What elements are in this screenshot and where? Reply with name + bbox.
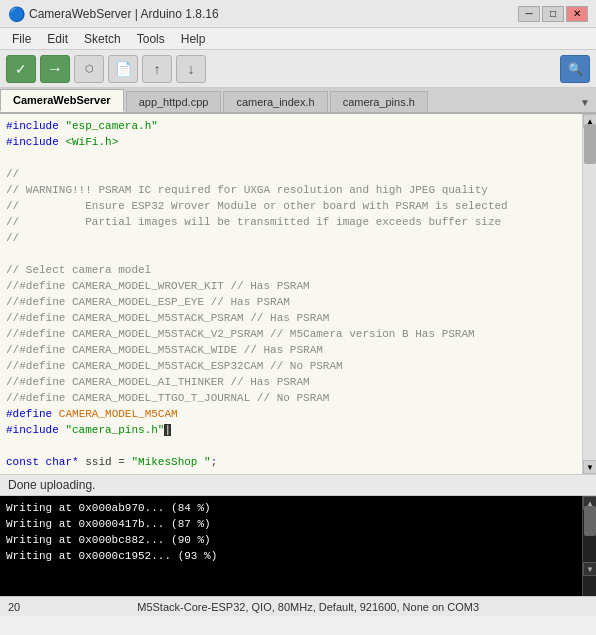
- tab-camera-index[interactable]: camera_index.h: [223, 91, 327, 112]
- serial-scrollbar[interactable]: ▲ ▼: [582, 496, 596, 596]
- status-board-info: M5Stack-Core-ESP32, QIO, 80MHz, Default,…: [28, 601, 588, 613]
- editor-content[interactable]: #include "esp_camera.h" #include <WiFi.h…: [0, 114, 582, 474]
- title-bar: 🔵 CameraWebServer | Arduino 1.8.16 ─ □ ✕: [0, 0, 596, 28]
- tab-camera-pins[interactable]: camera_pins.h: [330, 91, 428, 112]
- code-line: //#define CAMERA_MODEL_M5STACK_WIDE // H…: [6, 342, 576, 358]
- serial-scroll-thumb[interactable]: [584, 506, 596, 536]
- code-line: //#define CAMERA_MODEL_M5STACK_PSRAM // …: [6, 310, 576, 326]
- app-icon: 🔵: [8, 6, 25, 22]
- code-line: #include "esp_camera.h": [6, 118, 576, 134]
- serial-content[interactable]: Writing at 0x000ab970... (84 %) Writing …: [0, 496, 582, 596]
- code-line: // Ensure ESP32 Wrover Module or other b…: [6, 198, 576, 214]
- verify-button[interactable]: ✓: [6, 55, 36, 83]
- code-line: #include "camera_pins.h"|: [6, 422, 576, 438]
- status-bar: 20 M5Stack-Core-ESP32, QIO, 80MHz, Defau…: [0, 596, 596, 616]
- editor-scrollbar[interactable]: ▲ ▼: [582, 114, 596, 474]
- code-line: #define CAMERA_MODEL_M5CAM: [6, 406, 576, 422]
- code-line: //#define CAMERA_MODEL_ESP_EYE // Has PS…: [6, 294, 576, 310]
- serial-line: Writing at 0x000bc882... (90 %): [6, 532, 576, 548]
- menu-edit[interactable]: Edit: [39, 30, 76, 48]
- status-line-number: 20: [8, 601, 20, 613]
- code-line: [6, 438, 576, 454]
- code-line: const char* ssid = "MikesShop ";: [6, 454, 576, 470]
- code-line: //#define CAMERA_MODEL_WROVER_KIT // Has…: [6, 278, 576, 294]
- new-button[interactable]: 📄: [108, 55, 138, 83]
- minimize-button[interactable]: ─: [518, 6, 540, 22]
- serial-line: Writing at 0x0000c1952... (93 %): [6, 548, 576, 564]
- serial-scroll-down[interactable]: ▼: [583, 562, 596, 576]
- debug-button[interactable]: ⬡: [74, 55, 104, 83]
- code-line: [6, 150, 576, 166]
- tabs-scroll-button[interactable]: ▼: [574, 93, 596, 112]
- close-button[interactable]: ✕: [566, 6, 588, 22]
- serial-line: Writing at 0x0000417b... (87 %): [6, 516, 576, 532]
- serial-line: Writing at 0x000ab970... (84 %): [6, 500, 576, 516]
- code-line: // Partial images will be transmitted if…: [6, 214, 576, 230]
- tab-app-httpd[interactable]: app_httpd.cpp: [126, 91, 222, 112]
- code-line: //#define CAMERA_MODEL_TTGO_T_JOURNAL //…: [6, 390, 576, 406]
- upload-status-label: Done uploading.: [8, 478, 95, 492]
- editor-area: #include "esp_camera.h" #include <WiFi.h…: [0, 114, 596, 474]
- search-button[interactable]: 🔍: [560, 55, 590, 83]
- menu-tools[interactable]: Tools: [129, 30, 173, 48]
- upload-button[interactable]: →: [40, 55, 70, 83]
- code-line: //#define CAMERA_MODEL_M5STACK_ESP32CAM …: [6, 358, 576, 374]
- toolbar: ✓ → ⬡ 📄 ↑ ↓ 🔍: [0, 50, 596, 88]
- menu-help[interactable]: Help: [173, 30, 214, 48]
- tab-camerawebserver[interactable]: CameraWebServer: [0, 89, 124, 112]
- code-line: //: [6, 166, 576, 182]
- code-line: //#define CAMERA_MODEL_AI_THINKER // Has…: [6, 374, 576, 390]
- menu-file[interactable]: File: [4, 30, 39, 48]
- code-line: //#define CAMERA_MODEL_M5STACK_V2_PSRAM …: [6, 326, 576, 342]
- upload-status-bar: Done uploading.: [0, 474, 596, 496]
- tabs-bar: CameraWebServer app_httpd.cpp camera_ind…: [0, 88, 596, 114]
- menu-bar: File Edit Sketch Tools Help: [0, 28, 596, 50]
- open-button[interactable]: ↑: [142, 55, 172, 83]
- menu-sketch[interactable]: Sketch: [76, 30, 129, 48]
- code-line: [6, 246, 576, 262]
- code-line: //: [6, 230, 576, 246]
- code-line: // WARNING!!! PSRAM IC required for UXGA…: [6, 182, 576, 198]
- maximize-button[interactable]: □: [542, 6, 564, 22]
- editor-scroll-down[interactable]: ▼: [583, 460, 596, 474]
- serial-monitor: Writing at 0x000ab970... (84 %) Writing …: [0, 496, 596, 596]
- save-button[interactable]: ↓: [176, 55, 206, 83]
- code-line: // Select camera model: [6, 262, 576, 278]
- window-title: CameraWebServer | Arduino 1.8.16: [29, 7, 518, 21]
- titlebar-controls: ─ □ ✕: [518, 6, 588, 22]
- editor-scroll-thumb[interactable]: [584, 124, 596, 164]
- code-line: #include <WiFi.h>: [6, 134, 576, 150]
